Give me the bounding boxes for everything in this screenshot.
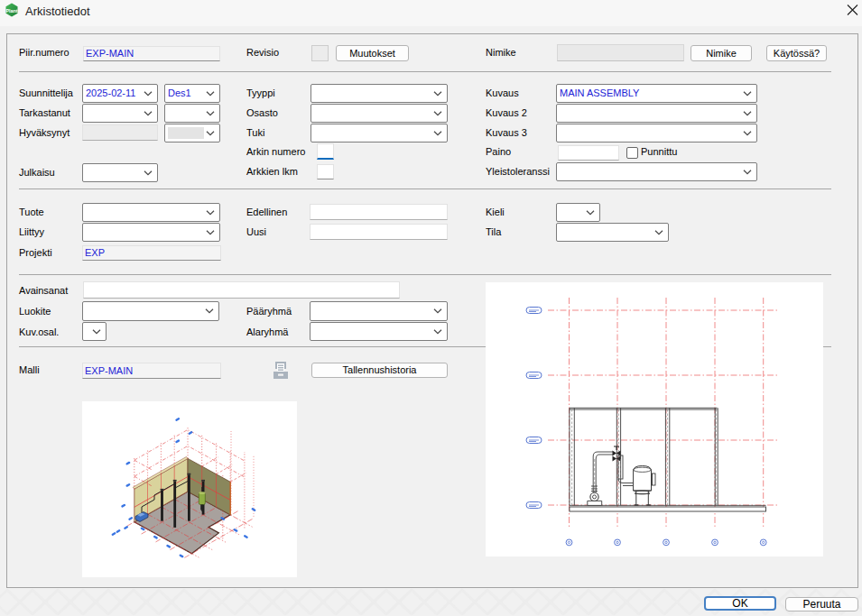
svg-text:Plant: Plant [5, 8, 17, 14]
